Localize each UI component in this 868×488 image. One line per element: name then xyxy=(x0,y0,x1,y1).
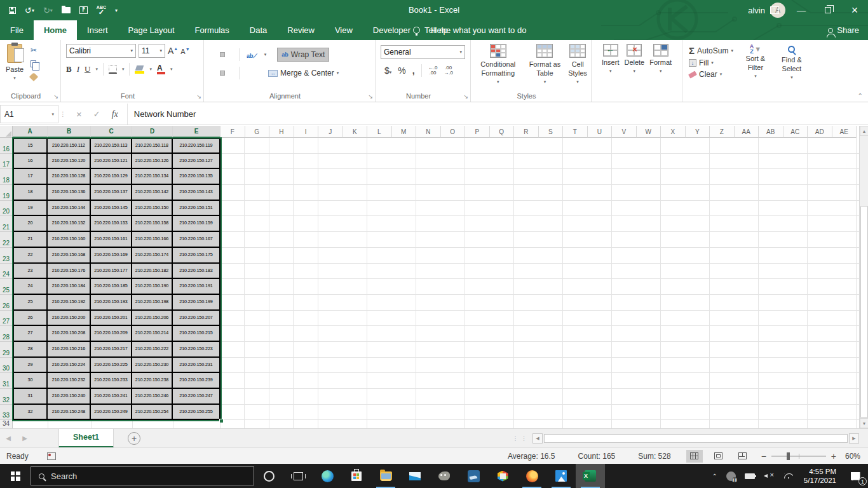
font-color-dropdown-icon[interactable]: ▾ xyxy=(170,67,173,72)
clipboard-dialog-launcher[interactable]: ↘ xyxy=(53,93,58,100)
cell-A31[interactable]: 30 xyxy=(13,373,48,389)
column-header-B[interactable]: B xyxy=(48,126,91,138)
insert-cells-button[interactable]: ← Insert ▾ xyxy=(602,40,620,91)
empty-cells[interactable] xyxy=(220,279,859,295)
row-header[interactable]: 17 xyxy=(0,154,13,170)
cell-E30[interactable]: 210.220.150.231 xyxy=(173,358,220,374)
taskbar-search-input[interactable]: Search xyxy=(31,466,254,485)
cell-E29[interactable]: 210.220.150.223 xyxy=(173,342,220,358)
column-header-AE[interactable]: AE xyxy=(832,126,857,138)
cell-A24[interactable]: 23 xyxy=(13,264,48,280)
cell-D26[interactable]: 210.220.150.198 xyxy=(132,295,173,311)
ribbon-tab-review[interactable]: Review xyxy=(277,20,325,40)
empty-cells[interactable] xyxy=(220,373,859,389)
column-header-I[interactable]: I xyxy=(294,126,319,138)
column-header-AD[interactable]: AD xyxy=(808,126,832,138)
cell-D21[interactable]: 210.220.150.158 xyxy=(132,216,173,232)
cell-C33[interactable]: 210.220.150.249 xyxy=(91,405,132,421)
empty-cells[interactable] xyxy=(220,248,859,264)
cell-B32[interactable]: 210.220.150.240 xyxy=(48,389,91,405)
teams-tray-icon[interactable] xyxy=(722,464,740,488)
conditional-formatting-button[interactable]: Conditional Formatting ▾ xyxy=(471,40,526,91)
row-header[interactable]: 27 xyxy=(0,311,13,327)
cell-C25[interactable]: 210.220.150.185 xyxy=(91,279,132,295)
horizontal-scroll-thumb[interactable] xyxy=(544,434,848,443)
collapse-ribbon-button[interactable]: ⌃ xyxy=(858,92,863,99)
cell-B28[interactable]: 210.220.150.208 xyxy=(48,326,91,342)
cell-B29[interactable]: 210.220.150.216 xyxy=(48,342,91,358)
empty-cells[interactable] xyxy=(220,201,859,217)
decrease-indent-button[interactable] xyxy=(244,71,249,76)
row-header[interactable]: 19 xyxy=(0,185,13,201)
zoom-level[interactable]: 60% xyxy=(843,452,868,461)
insert-function-button[interactable]: fx xyxy=(112,109,118,119)
row-header[interactable]: 16 xyxy=(0,138,13,154)
start-button[interactable] xyxy=(0,464,31,488)
cell-D29[interactable]: 210.220.150.222 xyxy=(132,342,173,358)
align-left-button[interactable] xyxy=(210,71,215,76)
empty-cells[interactable] xyxy=(220,216,859,232)
cell-C31[interactable]: 210.220.150.233 xyxy=(91,373,132,389)
cell-B30[interactable]: 210.220.150.224 xyxy=(48,358,91,374)
column-header-A[interactable]: A xyxy=(13,126,48,138)
cell-E19[interactable]: 210.220.150.143 xyxy=(173,185,220,201)
cell-A16[interactable]: 15 xyxy=(13,138,48,154)
cell-B31[interactable]: 210.220.150.232 xyxy=(48,373,91,389)
sheet-tab-sheet1[interactable]: Sheet1 xyxy=(58,429,114,448)
comma-style-button[interactable]: , xyxy=(412,65,415,76)
share-button[interactable]: Share xyxy=(828,20,859,40)
row-header[interactable]: 26 xyxy=(0,295,13,311)
delete-cells-button[interactable]: × Delete ▾ xyxy=(624,40,644,91)
cell-E17[interactable]: 210.220.150.127 xyxy=(173,154,220,170)
wifi-icon[interactable] xyxy=(780,464,797,488)
formula-bar-splitter[interactable]: ⋮ xyxy=(58,104,67,125)
cell-A27[interactable]: 26 xyxy=(13,311,48,327)
number-format-select[interactable]: General▾ xyxy=(381,45,465,59)
empty-cells[interactable] xyxy=(220,232,859,248)
cell-D24[interactable]: 210.220.150.182 xyxy=(132,264,173,280)
normal-view-button[interactable] xyxy=(686,450,703,463)
ribbon-display-options-button[interactable] xyxy=(761,0,788,20)
ribbon-tab-developer[interactable]: Developer xyxy=(363,20,421,40)
cell-E22[interactable]: 210.220.150.167 xyxy=(173,232,220,248)
cell-C26[interactable]: 210.220.150.193 xyxy=(91,295,132,311)
ribbon-tab-data[interactable]: Data xyxy=(240,20,277,40)
column-header-K[interactable]: K xyxy=(343,126,368,138)
row-header[interactable]: 23 xyxy=(0,248,13,264)
cell-E20[interactable]: 210.220.150.151 xyxy=(173,201,220,217)
cell-C21[interactable]: 210.220.150.153 xyxy=(91,216,132,232)
cell-B25[interactable]: 210.220.150.184 xyxy=(48,279,91,295)
column-header-H[interactable]: H xyxy=(269,126,294,138)
cell-E16[interactable]: 210.220.150.119 xyxy=(173,138,220,154)
taskbar-app-store[interactable] xyxy=(342,464,371,488)
sheet-nav-left-icon[interactable]: ◀ xyxy=(0,435,17,442)
cell-B21[interactable]: 210.220.150.152 xyxy=(48,216,91,232)
cell-C32[interactable]: 210.220.150.241 xyxy=(91,389,132,405)
task-view-button[interactable] xyxy=(283,464,313,488)
cell-A25[interactable]: 24 xyxy=(13,279,48,295)
column-header-Y[interactable]: Y xyxy=(686,126,710,138)
column-header-D[interactable]: D xyxy=(132,126,173,138)
row-header[interactable]: 34 xyxy=(0,420,13,428)
zoom-in-button[interactable]: + xyxy=(831,451,836,461)
enter-formula-button[interactable]: ✓ xyxy=(93,109,100,119)
empty-cells[interactable] xyxy=(220,358,859,374)
page-break-view-button[interactable] xyxy=(735,450,751,463)
cell-styles-button[interactable]: Cell Styles ▾ xyxy=(564,40,591,91)
row-header[interactable]: 31 xyxy=(0,373,13,389)
taskbar-app-photos[interactable] xyxy=(546,464,576,488)
column-header-F[interactable]: F xyxy=(220,126,245,138)
cell-D17[interactable]: 210.220.150.126 xyxy=(132,154,173,170)
taskbar-app-explorer[interactable] xyxy=(371,464,400,488)
cut-button[interactable]: ✂ xyxy=(31,45,40,55)
scroll-left-arrow[interactable]: ◀ xyxy=(532,433,543,444)
autosum-button[interactable]: ΣAutoSum▾ xyxy=(689,45,733,56)
cell-A28[interactable]: 27 xyxy=(13,326,48,342)
cell-C29[interactable]: 210.220.150.217 xyxy=(91,342,132,358)
cell-D19[interactable]: 210.220.150.142 xyxy=(132,185,173,201)
cell-E33[interactable]: 210.220.150.255 xyxy=(173,405,220,421)
cell-E25[interactable]: 210.220.150.191 xyxy=(173,279,220,295)
taskbar-app-gimp[interactable] xyxy=(430,464,459,488)
increase-decimal-button[interactable]: ←.0 .00 xyxy=(428,65,438,76)
empty-cells[interactable] xyxy=(220,154,859,170)
